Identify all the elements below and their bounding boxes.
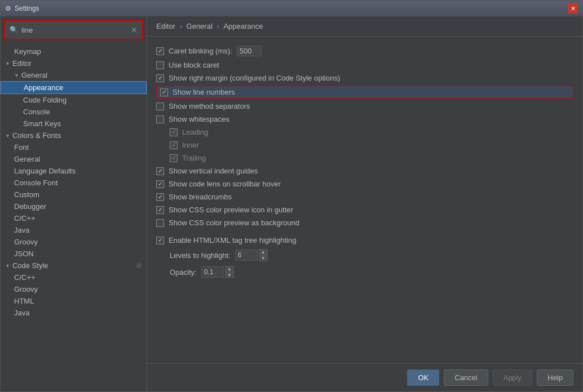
show-method-separators-checkbox[interactable] <box>156 103 164 110</box>
levels-to-highlight-spinner: ▲ ▼ <box>235 249 268 261</box>
settings-window: ⚙ Settings ✕ 🔍 ✕ Keymap ▼ Editor <box>0 0 583 392</box>
sidebar-item-console-font[interactable]: Console Font <box>1 177 147 189</box>
trailing-label: Trailing <box>182 154 206 162</box>
cancel-button[interactable]: Cancel <box>444 369 488 386</box>
opacity-increment-button[interactable]: ▲ <box>225 266 234 272</box>
breadcrumb-appearance: Appearance <box>223 22 263 30</box>
show-whitespaces-label: Show whitespaces <box>169 115 229 123</box>
caret-blinking-checkbox[interactable] <box>156 47 164 55</box>
sidebar-item-groovy[interactable]: Groovy <box>1 236 147 248</box>
opacity-decrement-button[interactable]: ▼ <box>225 272 234 278</box>
ok-button[interactable]: OK <box>407 369 439 386</box>
use-block-caret-checkbox[interactable] <box>156 61 164 69</box>
opacity-label: Opacity: <box>170 268 197 277</box>
sidebar-item-console[interactable]: Console <box>1 106 147 118</box>
sidebar-group-code-style[interactable]: ▼ Code Style ⚙ <box>1 260 147 271</box>
show-breadcrumbs-label: Show breadcrumbs <box>169 193 232 201</box>
close-button[interactable]: ✕ <box>568 3 578 14</box>
sidebar-item-cpp2[interactable]: C/C++ <box>1 271 147 283</box>
window-title: ⚙ Settings <box>5 5 39 12</box>
caret-blinking-input[interactable] <box>237 46 262 56</box>
show-line-numbers-checkbox[interactable] <box>160 88 168 96</box>
levels-decrement-button[interactable]: ▼ <box>259 255 268 261</box>
show-whitespaces-checkbox[interactable] <box>156 115 164 123</box>
show-breadcrumbs-row: Show breadcrumbs <box>156 190 573 203</box>
opacity-row: Opacity: ▲ ▼ <box>156 264 573 280</box>
sidebar-item-java[interactable]: Java <box>1 224 147 236</box>
sidebar-item-java2[interactable]: Java <box>1 307 147 319</box>
inner-checkbox[interactable] <box>170 141 178 149</box>
show-method-separators-label: Show method separators <box>169 102 250 110</box>
enable-html-xml-label: Enable HTML/XML tag tree highlighting <box>169 236 296 244</box>
sidebar-item-custom[interactable]: Custom <box>1 189 147 201</box>
caret-blinking-row: Caret blinking (ms): <box>156 43 573 59</box>
sidebar-item-smart-keys[interactable]: Smart Keys <box>1 118 147 130</box>
sidebar-item-language-defaults[interactable]: Language Defaults <box>1 165 147 177</box>
use-block-caret-row: Use block caret <box>156 59 573 72</box>
show-css-color-preview-icon-row: Show CSS color preview icon in gutter <box>156 203 573 216</box>
show-whitespaces-row: Show whitespaces <box>156 113 573 126</box>
leading-checkbox[interactable] <box>170 128 178 136</box>
search-clear-icon[interactable]: ✕ <box>131 25 138 34</box>
show-vertical-indent-guides-label: Show vertical indent guides <box>169 167 258 175</box>
sidebar-item-font[interactable]: Font <box>1 141 147 153</box>
search-input[interactable] <box>21 26 131 34</box>
sidebar-nav: Keymap ▼ Editor ▼ General Appearance Cod… <box>1 43 147 391</box>
expand-icon: ▼ <box>5 61 10 66</box>
footer: OK Cancel Apply Help <box>147 363 582 391</box>
levels-to-highlight-input[interactable] <box>235 250 258 261</box>
levels-to-highlight-label: Levels to highlight: <box>170 251 231 260</box>
show-css-color-preview-bg-checkbox[interactable] <box>156 219 164 227</box>
help-button[interactable]: Help <box>537 369 573 386</box>
enable-html-xml-row: Enable HTML/XML tag tree highlighting <box>156 234 573 247</box>
caret-blinking-label: Caret blinking (ms): <box>169 47 232 55</box>
opacity-input[interactable] <box>201 266 224 278</box>
main-panel: Editor › General › Appearance Caret blin… <box>147 16 582 391</box>
trailing-checkbox[interactable] <box>170 154 178 162</box>
sidebar-item-code-folding[interactable]: Code Folding <box>1 94 147 106</box>
search-icon: 🔍 <box>10 26 18 34</box>
opacity-spinner-buttons: ▲ ▼ <box>225 266 234 278</box>
levels-to-highlight-row: Levels to highlight: ▲ ▼ <box>156 247 573 264</box>
sidebar-item-appearance[interactable]: Appearance <box>1 81 147 94</box>
sidebar-item-html[interactable]: HTML <box>1 295 147 307</box>
search-container: 🔍 ✕ <box>4 20 143 40</box>
show-breadcrumbs-checkbox[interactable] <box>156 193 164 201</box>
show-code-lens-label: Show code lens on scrollbar hover <box>169 180 281 188</box>
sidebar-item-json[interactable]: JSON <box>1 248 147 260</box>
sidebar-group-editor[interactable]: ▼ Editor <box>1 57 147 69</box>
show-code-lens-row: Show code lens on scrollbar hover <box>156 177 573 190</box>
settings-icon: ⚙ <box>5 5 11 12</box>
sidebar: 🔍 ✕ Keymap ▼ Editor ▼ General Appe <box>1 16 147 391</box>
show-css-color-preview-icon-label: Show CSS color preview icon in gutter <box>169 206 293 214</box>
breadcrumb-editor: Editor <box>156 22 175 30</box>
show-right-margin-row: Show right margin (configured in Code St… <box>156 72 573 84</box>
sidebar-item-cpp[interactable]: C/C++ <box>1 212 147 224</box>
sidebar-item-general2[interactable]: General <box>1 153 147 165</box>
apply-button[interactable]: Apply <box>493 369 533 386</box>
sidebar-item-keymap[interactable]: Keymap <box>1 46 147 57</box>
show-right-margin-checkbox[interactable] <box>156 74 164 82</box>
breadcrumb: Editor › General › Appearance <box>147 16 582 37</box>
sidebar-group-general[interactable]: ▼ General <box>1 69 147 81</box>
leading-row: Leading <box>156 126 573 139</box>
show-line-numbers-row: Show line numbers <box>156 86 573 99</box>
opacity-spinner: ▲ ▼ <box>201 266 234 278</box>
sidebar-item-groovy2[interactable]: Groovy <box>1 283 147 295</box>
show-vertical-indent-guides-row: Show vertical indent guides <box>156 164 573 177</box>
levels-increment-button[interactable]: ▲ <box>259 249 268 255</box>
enable-html-xml-checkbox[interactable] <box>156 237 164 244</box>
expand-icon: ▼ <box>5 133 10 139</box>
breadcrumb-sep2: › <box>217 22 221 30</box>
inner-row: Inner <box>156 139 573 152</box>
sidebar-group-colors-fonts[interactable]: ▼ Colors & Fonts <box>1 130 147 141</box>
show-vertical-indent-guides-checkbox[interactable] <box>156 167 164 175</box>
expand-icon: ▼ <box>5 263 10 269</box>
show-css-color-preview-icon-checkbox[interactable] <box>156 206 164 214</box>
breadcrumb-sep1: › <box>180 22 184 30</box>
show-code-lens-checkbox[interactable] <box>156 180 164 188</box>
leading-label: Leading <box>182 128 208 136</box>
code-style-settings-icon[interactable]: ⚙ <box>136 262 142 270</box>
titlebar: ⚙ Settings ✕ <box>1 1 582 16</box>
sidebar-item-debugger[interactable]: Debugger <box>1 201 147 212</box>
